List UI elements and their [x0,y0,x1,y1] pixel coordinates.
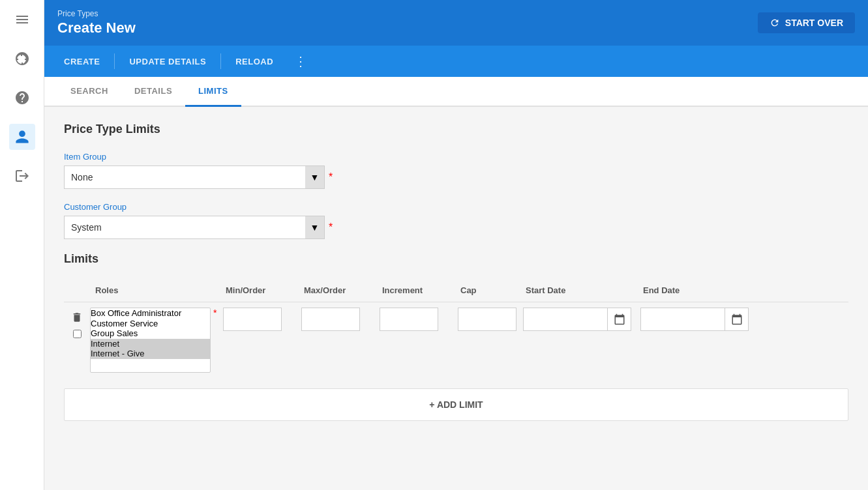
customer-group-select[interactable]: System Box Office Administrator Customer… [64,216,325,239]
breadcrumb: Price Types [57,9,136,18]
customer-group-label: Customer Group [64,202,848,212]
role-option-customer-service: Customer Service [91,319,210,329]
form-title: Price Type Limits [64,122,848,136]
end-date-input[interactable] [640,308,725,331]
dollar-icon[interactable] [9,46,35,72]
add-limit-button[interactable]: + ADD LIMIT [64,388,848,421]
tabs: SEARCH DETAILS LIMITS [44,77,868,107]
end-date-wrapper [640,308,753,331]
increment-input[interactable] [380,308,438,331]
cap-input[interactable] [458,308,516,331]
col-min-order: Min/Order [220,285,299,295]
max-order-input[interactable] [301,308,360,331]
start-date-calendar-button[interactable] [608,308,631,331]
min-order-input[interactable] [223,308,282,331]
header: Price Types Create New START OVER [44,0,868,46]
start-over-label: START OVER [785,18,843,28]
role-option-box-office: Box Office Administrator [91,308,210,319]
item-group-field: Item Group None ▼ * [64,152,848,189]
tab-details[interactable]: DETAILS [121,77,185,107]
start-date-input[interactable] [523,308,608,331]
item-group-required: * [329,171,333,183]
role-option-group-sales: Group Sales [91,328,210,339]
roles-required: * [213,308,217,318]
item-group-label: Item Group [64,152,848,162]
start-date-wrapper [523,308,635,331]
toolbar-divider-1 [114,53,115,69]
sidebar [0,0,44,490]
item-group-select[interactable]: None [64,166,325,189]
help-icon[interactable] [9,85,35,111]
customer-group-field: Customer Group System Box Office Adminis… [64,202,848,239]
toolbar: CREATE UPDATE DETAILS RELOAD ⋮ [44,46,868,77]
role-option-internet-give: Internet - Give [91,349,210,359]
header-actions [64,285,90,295]
start-over-button[interactable]: START OVER [758,12,855,33]
limits-title: Limits [64,252,848,266]
user-icon[interactable] [9,124,35,150]
end-date-calendar-button[interactable] [725,308,749,331]
delete-row-button[interactable] [68,309,85,326]
col-increment: Increment [377,285,455,295]
limits-table-header: Roles Min/Order Max/Order Increment Cap … [64,279,848,302]
create-button[interactable]: CREATE [51,46,113,77]
col-max-order: Max/Order [299,285,377,295]
toolbar-divider-2 [220,53,221,69]
table-row: Box Office Administrator Customer Servic… [64,302,848,378]
role-option-internet: Internet [91,339,210,349]
logout-icon[interactable] [9,163,35,189]
roles-listbox[interactable]: Box Office Administrator Customer Servic… [90,308,211,373]
menu-icon[interactable] [9,7,35,33]
add-limit-label: + ADD LIMIT [429,399,483,410]
col-end-date: End Date [638,285,755,295]
col-cap: Cap [455,285,520,295]
col-roles: Roles [90,285,220,295]
update-details-button[interactable]: UPDATE DETAILS [116,46,219,77]
col-start-date: Start Date [520,285,638,295]
reload-button[interactable]: RELOAD [222,46,286,77]
main-content: Price Types Create New START OVER CREATE… [44,0,868,490]
row-checkbox[interactable] [73,330,82,338]
item-group-select-wrapper: None ▼ [64,166,325,189]
tab-limits[interactable]: LIMITS [185,77,241,107]
page-title: Create New [57,20,136,36]
customer-group-select-wrapper: System Box Office Administrator Customer… [64,216,325,239]
content-area: Price Type Limits Item Group None ▼ * Cu… [44,107,868,490]
more-options-button[interactable]: ⋮ [286,46,315,77]
customer-group-required: * [329,222,333,233]
limits-section: Limits Roles Min/Order Max/Order Increme… [64,252,848,378]
header-left: Price Types Create New [57,9,136,36]
tab-search[interactable]: SEARCH [57,77,121,107]
